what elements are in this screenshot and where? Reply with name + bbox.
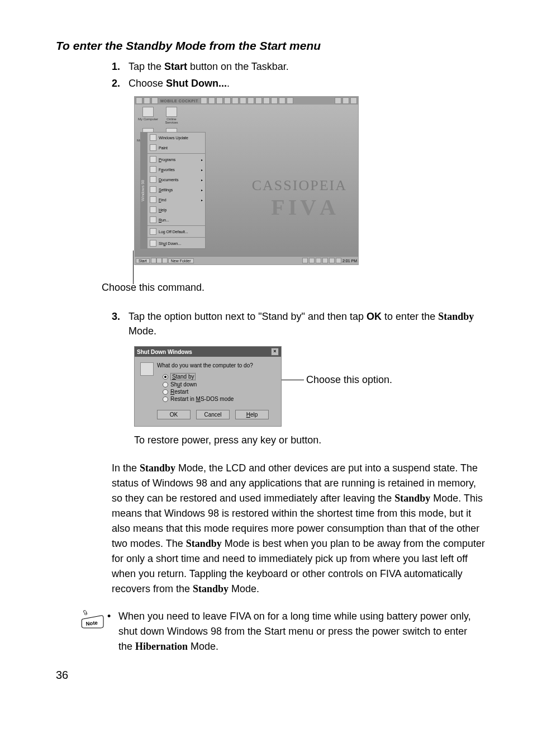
radio-shutdown — [163, 382, 168, 388]
taskbar-clock: 2:01 PM — [342, 259, 357, 263]
svg-text:Note: Note — [85, 620, 98, 627]
menu-find: Find — [159, 198, 166, 202]
step-serif: Standby — [438, 311, 474, 322]
dialog-question: What do you want the computer to do? — [157, 362, 275, 368]
step-1: 1. Tap the Start button on the Taskbar. — [112, 59, 488, 74]
step-bold: Shut Down... — [166, 78, 227, 89]
screenshot-shutdown-dialog: Shut Down Windows × What do you want the… — [134, 346, 282, 427]
step-text: to enter the — [382, 311, 438, 322]
menu-programs: Programs — [159, 158, 175, 162]
watermark: CASSIOPEIA — [252, 177, 347, 194]
radio-restartdos — [163, 396, 168, 402]
step-3: 3. Tap the option button next to "Stand … — [112, 309, 488, 338]
start-menu-side: Windows 98 — [141, 133, 147, 248]
step-bold: OK — [367, 311, 382, 322]
close-icon: × — [271, 348, 279, 356]
dialog-title: Shut Down Windows — [137, 349, 192, 355]
start-menu: Windows 98 Windows Update Paint Programs… — [140, 132, 206, 249]
desktop-icon-label: Online Services — [165, 117, 178, 124]
taskbar-button: New Folder — [168, 258, 194, 263]
step-text: Choose — [129, 78, 166, 89]
menu-windows-update: Windows Update — [159, 136, 188, 140]
svg-point-0 — [84, 613, 87, 615]
help-button: Help — [235, 410, 269, 419]
note-text: When you need to leave FIVA on for a lon… — [118, 609, 488, 654]
caption-restore: To restore power, press any key or butto… — [134, 434, 488, 446]
menu-shutdown: Shut Down... — [159, 242, 181, 245]
step-num: 1. — [112, 59, 129, 74]
ok-button: OK — [157, 410, 191, 419]
step-text: Tap the option button next to "Stand by"… — [129, 311, 367, 322]
dialog-icon — [140, 362, 154, 376]
opt-shutdown: Shut down — [170, 381, 197, 388]
menu-paint: Paint — [159, 146, 168, 150]
note-icon: Note — [78, 609, 107, 634]
radio-restart — [163, 389, 168, 395]
section-heading: To enter the Standby Mode from the Start… — [56, 39, 488, 53]
step-num: 2. — [112, 76, 129, 91]
menu-logoff: Log Off Default... — [159, 230, 188, 234]
leader-line — [133, 251, 134, 284]
caption-choose-command: Choose this command. — [102, 282, 488, 294]
step-2: 2. Choose Shut Down.... — [112, 76, 488, 91]
page-number: 36 — [56, 669, 488, 682]
screenshot-start-menu: MOBILE COCKPIT My Computer Online Servic… — [134, 96, 359, 265]
body-paragraph: In the Standby Mode, the LCD and other d… — [112, 461, 488, 597]
step-text: Mode. — [129, 325, 156, 337]
opt-restartdos: Restart in MS-DOS mode — [170, 396, 234, 402]
opt-restart: Restart — [170, 389, 188, 395]
step-text: Tap the — [129, 61, 164, 72]
desktop-icon-label: My Computer — [138, 117, 158, 121]
caption-choose-option: Choose this option. — [306, 374, 392, 386]
step-text: . — [227, 78, 230, 89]
start-button: Start — [136, 258, 150, 263]
radio-standby — [163, 374, 168, 380]
step-text: button on the Taskbar. — [187, 61, 289, 72]
opt-standby: Stand by — [170, 373, 196, 380]
mobile-cockpit-label: MOBILE COCKPIT — [160, 99, 198, 103]
watermark-sub: FIVA — [271, 194, 336, 220]
menu-documents: Documents — [159, 178, 178, 182]
taskbar: Start New Folder 2:01 PM — [135, 256, 358, 264]
step-bold: Start — [164, 61, 187, 72]
menu-help: Help — [159, 208, 166, 212]
cancel-button: Cancel — [196, 410, 230, 419]
leader-line — [282, 380, 304, 380]
menu-run: Run... — [159, 218, 169, 222]
menu-favorites: Favorites — [159, 168, 175, 172]
bullet: • — [107, 609, 118, 654]
menu-settings: Settings — [159, 188, 173, 192]
step-num: 3. — [112, 309, 129, 338]
top-toolbar: MOBILE COCKPIT — [135, 97, 358, 105]
